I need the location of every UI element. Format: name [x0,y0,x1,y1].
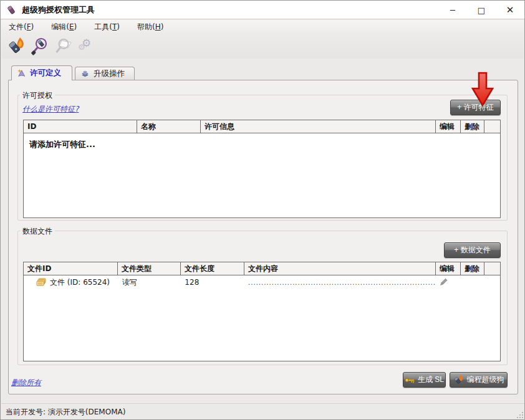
close-button[interactable]: ✕ [496,1,524,19]
current-developer-id: 当前开发号: 演示开发号(DEMOMA) [6,407,125,418]
license-table-header: ID 名称 许可信息 编辑 删除 [23,120,501,133]
inspect-file-icon[interactable] [54,36,74,56]
delete-all-link[interactable]: 删除所有 [11,378,41,388]
superdog-dongle-icon [453,375,464,385]
data-files-table: 文件ID 文件类型 文件长度 文件内容 编辑 删除 [23,262,501,361]
app-icon [6,5,16,15]
toolbar: ⚙ ⚙ [1,34,524,59]
col-file-filler [484,262,501,275]
settings-gears-icon[interactable]: ⚙ ⚙ [77,36,97,56]
generate-sl-label: 生成 SL [418,375,444,385]
col-file-length: 文件长度 [181,262,244,275]
data-files-group-title: 数据文件 [20,226,55,237]
file-id-text: 文件 (ID: 65524) [50,277,110,288]
maximize-button[interactable]: □ [467,1,496,19]
title-bar: 超级狗授权管理工具 ─ □ ✕ [1,1,524,19]
menu-tools[interactable]: 工具(T) [92,21,126,34]
program-superdog-button[interactable]: 编程超级狗 [450,372,508,388]
minimize-button[interactable]: ─ [438,1,467,19]
col-file-type: 文件类型 [118,262,181,275]
what-is-license-feature-link[interactable]: 什么是许可特征? [22,104,79,115]
tab-upgrade-label: 升级操作 [94,69,125,79]
edit-pencil-icon[interactable] [439,278,448,287]
col-edit: 编辑 [436,120,461,133]
window-title: 超级狗授权管理工具 [22,4,95,16]
col-file-delete: 删除 [461,262,484,275]
col-id: ID [23,120,137,133]
license-badge-icon [17,69,26,78]
data-files-table-header: 文件ID 文件类型 文件长度 文件内容 编辑 删除 [23,262,501,275]
col-file-id: 文件ID [23,262,118,275]
data-files-table-body: 文件 (ID: 65524) 读写 128 ..................… [23,275,501,361]
generate-sl-button[interactable]: 生成 SL [403,372,446,388]
col-name: 名称 [137,120,201,133]
col-file-content: 文件内容 [244,262,436,275]
col-license-info: 许可信息 [201,120,436,133]
menu-edit[interactable]: 编辑(E) [49,21,83,34]
program-superdog-icon[interactable] [6,36,26,56]
view-license-icon[interactable] [30,36,50,56]
upgrade-docs-icon [80,69,90,79]
file-length-cell: 128 [181,275,244,289]
col-file-edit: 编辑 [436,262,461,275]
col-delete: 删除 [461,120,484,133]
file-id-cell: 文件 (ID: 65524) [24,275,118,289]
license-table-body: 请添加许可特征... [23,133,501,218]
license-definition-panel: 许可授权 什么是许可特征? + 许可特征 ID 名称 许可信息 编辑 删除 请添… [8,80,518,394]
file-edit-cell [435,275,460,289]
file-content-dots: ........................................… [248,279,435,286]
menu-file[interactable]: 文件(F) [6,21,40,34]
col-filler [484,120,501,133]
program-superdog-label: 编程超级狗 [467,375,504,385]
menu-bar: 文件(F) 编辑(E) 工具(T) 帮助(H) [1,20,524,34]
data-file-icon [36,278,46,287]
key-icon [405,376,415,384]
tab-license-label: 许可定义 [30,68,61,79]
license-group-title: 许可授权 [20,90,55,101]
data-file-row[interactable]: 文件 (ID: 65524) 读写 128 ..................… [24,275,500,289]
license-table: ID 名称 许可信息 编辑 删除 请添加许可特征... [23,120,501,218]
add-data-file-button[interactable]: + 数据文件 [444,242,501,258]
empty-license-message: 请添加许可特征... [24,133,500,150]
status-bar: 当前开发号: 演示开发号(DEMOMA) [1,403,525,420]
file-delete-cell [460,275,484,289]
file-content-cell: ........................................… [244,275,435,289]
tab-upgrade-operations[interactable]: 升级操作 [75,67,135,80]
resize-grip[interactable] [516,411,524,419]
tab-license-definition[interactable]: 许可定义 [11,65,72,80]
app-window: 超级狗授权管理工具 ─ □ ✕ 文件(F) 编辑(E) 工具(T) 帮助(H) [0,0,525,420]
menu-help[interactable]: 帮助(H) [135,21,170,34]
file-type-cell: 读写 [118,275,181,289]
annotation-arrow [470,72,496,108]
